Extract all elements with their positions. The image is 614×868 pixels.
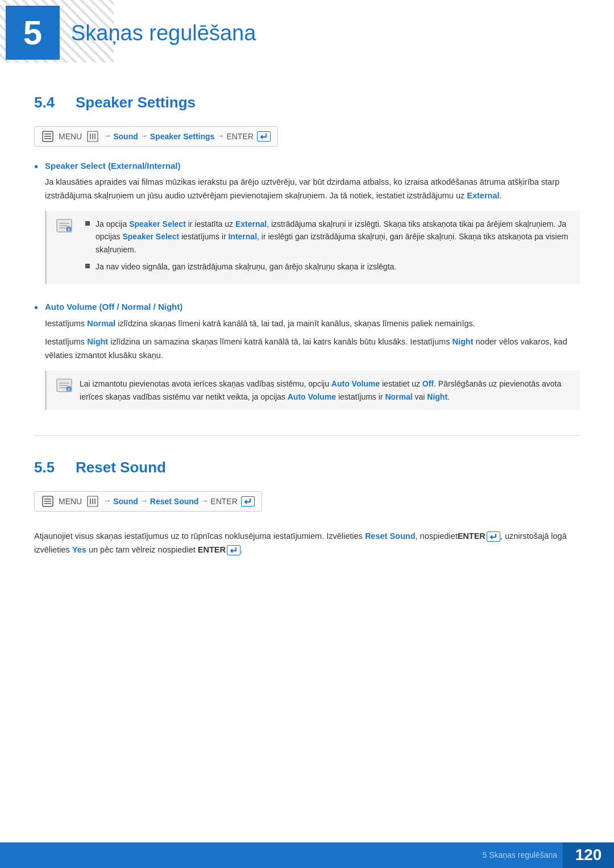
nav-arrow-2: → xyxy=(140,130,148,142)
sub-bullet-item-1: Ja opcija Speaker Select ir iestatīta uz… xyxy=(85,218,571,256)
bullet-dot-2: • xyxy=(34,298,38,317)
svg-rect-22 xyxy=(44,501,51,502)
note-icon-2: i xyxy=(56,378,73,393)
menu-icon xyxy=(42,130,54,143)
nav-arrow-55-1: → xyxy=(103,495,111,507)
nav-enter-label-2: ENTER xyxy=(210,495,237,508)
bullet-body-1: Ja klausāties apraides vai filmas mūzika… xyxy=(45,176,580,203)
chapter-title: Skaņas regulēšana xyxy=(71,16,256,51)
section-divider xyxy=(34,435,580,436)
nav-path-54: MENU → Sound → Speaker Settings → ENTER xyxy=(34,126,278,147)
svg-rect-3 xyxy=(44,138,51,139)
svg-rect-2 xyxy=(44,136,51,137)
enter-icon-4 xyxy=(227,545,240,555)
svg-text:i: i xyxy=(68,387,69,392)
bullet-item-2: • Auto Volume (Off / Normal / Night) Ies… xyxy=(34,300,580,416)
note-icon-1: i xyxy=(56,218,73,233)
section-55-body: Atjaunojiet visus skaņas iestatījumus uz… xyxy=(34,530,580,557)
note-box-2: i Lai izmantotu pievienotas avota ierīce… xyxy=(45,371,580,410)
bullet-content-1: Speaker Select (External/Internal) Ja kl… xyxy=(45,159,580,290)
nav-reset-sound: Reset Sound xyxy=(150,495,199,508)
sub-bullet-sq-2 xyxy=(85,264,90,268)
note-content-1: Ja opcija Speaker Select ir iestatīta uz… xyxy=(80,218,571,278)
chapter-number: 5 xyxy=(23,16,42,50)
footer: 5 Skaņas regulēšana 120 xyxy=(0,842,614,868)
chapter-number-block: 5 xyxy=(6,6,60,60)
main-content: 5.4 Speaker Settings MENU → Sound → xyxy=(0,0,614,603)
enter-icon-1 xyxy=(257,131,271,142)
bullet-body-2b: Iestatījums Night izlīdzina un samazina … xyxy=(45,335,580,363)
svg-rect-1 xyxy=(44,134,51,135)
nav-enter-label-1: ENTER xyxy=(226,130,253,143)
note-content-2: Lai izmantotu pievienotas avota ierīces … xyxy=(80,377,571,403)
bullet-title-1: Speaker Select (External/Internal) xyxy=(45,159,580,173)
svg-rect-23 xyxy=(44,503,51,504)
nav-grid-icon-2 xyxy=(86,495,99,508)
section-55-number: 5.5 xyxy=(34,456,65,480)
nav-sound-55: Sound xyxy=(113,495,138,508)
footer-text: 5 Skaņas regulēšana xyxy=(482,849,563,861)
bullet-body-2a: Iestatījums Normal izlīdzina skaņas līme… xyxy=(45,317,580,331)
nav-arrow-55-3: → xyxy=(201,495,208,507)
enter-icon-2 xyxy=(241,496,255,506)
footer-page: 120 xyxy=(563,842,614,868)
nav-menu-label-2: MENU xyxy=(59,495,82,508)
section-54-number: 5.4 xyxy=(34,91,65,115)
bullet-title-2: Auto Volume (Off / Normal / Night) xyxy=(45,300,580,314)
nav-arrow-1: → xyxy=(103,130,111,142)
bullet-section-1: • Speaker Select (External/Internal) Ja … xyxy=(34,159,580,290)
nav-arrow-3: → xyxy=(217,130,224,142)
nav-speaker-settings: Speaker Settings xyxy=(150,130,215,143)
menu-icon-2 xyxy=(42,495,54,508)
sub-bullet-item-2: Ja nav video signāla, gan izstrādājuma s… xyxy=(85,260,571,273)
nav-path-55: MENU → Sound → Reset Sound → ENTER xyxy=(34,491,262,512)
enter-icon-3 xyxy=(487,531,500,542)
bullet-content-2: Auto Volume (Off / Normal / Night) Iesta… xyxy=(45,300,580,416)
section-55-title: Reset Sound xyxy=(76,456,166,480)
nav-sound-1: Sound xyxy=(113,130,138,143)
nav-menu-label: MENU xyxy=(59,130,82,143)
svg-text:i: i xyxy=(68,227,69,232)
bullet-item-1: • Speaker Select (External/Internal) Ja … xyxy=(34,159,580,290)
bullet-dot-1: • xyxy=(34,157,38,176)
nav-arrow-55-2: → xyxy=(140,495,148,507)
section-54-title: Speaker Settings xyxy=(76,91,196,115)
bullet-section-2: • Auto Volume (Off / Normal / Night) Ies… xyxy=(34,300,580,416)
section-55-header: 5.5 Reset Sound xyxy=(34,456,580,480)
section-54-header: 5.4 Speaker Settings xyxy=(34,91,580,115)
nav-grid-icon xyxy=(86,130,99,143)
svg-rect-21 xyxy=(44,499,51,500)
sub-bullets-1: Ja opcija Speaker Select ir iestatīta uz… xyxy=(85,218,571,273)
sub-bullet-sq-1 xyxy=(85,221,90,226)
note-box-1: i Ja opcija Speaker Select ir iestatīta … xyxy=(45,211,580,285)
